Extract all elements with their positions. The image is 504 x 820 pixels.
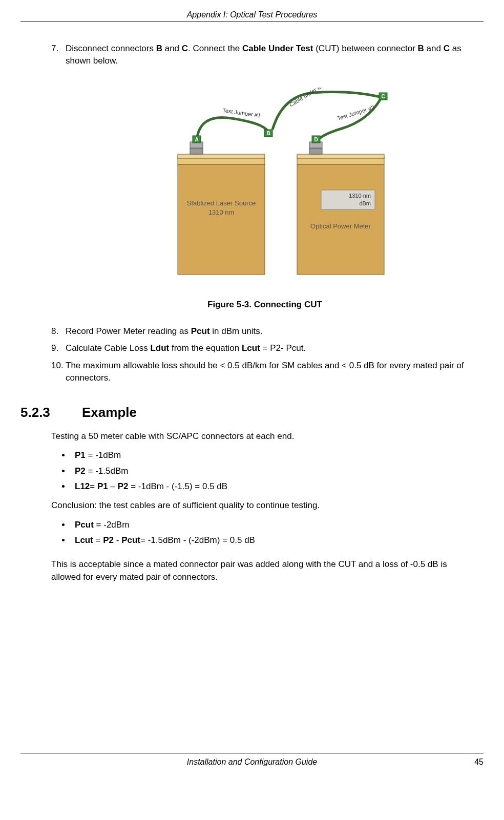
figure-container: Stablized Laser Source 1310 nm 1310 nm d… bbox=[51, 88, 478, 289]
footer-page-number: 45 bbox=[329, 758, 484, 767]
svg-rect-10 bbox=[309, 148, 322, 154]
page-header: Appendix I: Optical Test Procedures bbox=[20, 10, 484, 22]
svg-rect-2 bbox=[178, 154, 265, 158]
svg-text:dBm: dBm bbox=[359, 200, 371, 206]
step-text: Calculate Cable Loss Ldut from the equat… bbox=[66, 342, 478, 354]
svg-text:Optical Power Meter: Optical Power Meter bbox=[310, 222, 371, 230]
svg-rect-9 bbox=[297, 154, 384, 158]
figure-caption: Figure 5-3. Connecting CUT bbox=[51, 300, 478, 310]
conclusion-2: This is acceptable since a mated connect… bbox=[51, 558, 478, 584]
svg-text:D: D bbox=[314, 137, 318, 142]
procedure-step: 8.Record Power Meter reading as Pcut in … bbox=[51, 325, 478, 338]
step-number: 8. bbox=[51, 325, 66, 338]
svg-text:1310 nm: 1310 nm bbox=[349, 193, 371, 199]
list-item: P2 = -1.5dBm bbox=[71, 464, 478, 479]
diagram-cable-test: Stablized Laser Source 1310 nm 1310 nm d… bbox=[139, 88, 390, 287]
svg-rect-0 bbox=[178, 164, 265, 275]
svg-text:B: B bbox=[266, 131, 270, 136]
steps-second-container: 8.Record Power Meter reading as Pcut in … bbox=[51, 325, 478, 384]
procedure-step: 10.The maximum allowable loss should be … bbox=[51, 360, 478, 384]
procedure-step: 7.Disconnect connectors B and C. Connect… bbox=[51, 43, 478, 67]
example-intro: Testing a 50 meter cable with SC/APC con… bbox=[51, 430, 478, 443]
list-item: P1 = -1dBm bbox=[71, 448, 478, 464]
svg-text:Stablized Laser Source: Stablized Laser Source bbox=[187, 199, 256, 207]
svg-text:C: C bbox=[381, 94, 385, 99]
list-item: Lcut = P2 - Pcut= -1.5dBm - (-2dBm) = 0.… bbox=[71, 533, 478, 549]
step-text: Record Power Meter reading as Pcut in dB… bbox=[66, 325, 478, 338]
section-title: Example bbox=[82, 405, 137, 420]
list-item: Pcut = -2dBm bbox=[71, 517, 478, 533]
section-number: 5.2.3 bbox=[20, 405, 82, 420]
step-text: Disconnect connectors B and C. Connect t… bbox=[66, 43, 478, 67]
bullets-2: Pcut = -2dBmLcut = P2 - Pcut= -1.5dBm - … bbox=[51, 517, 478, 549]
list-item: L12= P1 – P2 = -1dBm - (-1.5) = 0.5 dB bbox=[71, 479, 478, 495]
section-heading: 5.2.3 Example bbox=[20, 405, 478, 420]
bullets-1: P1 = -1dBmP2 = -1.5dBmL12= P1 – P2 = -1d… bbox=[51, 448, 478, 495]
svg-rect-7 bbox=[297, 164, 384, 275]
svg-text:1310 nm: 1310 nm bbox=[208, 208, 235, 216]
conclusion-1: Conclusion: the test cables are of suffi… bbox=[51, 499, 478, 512]
svg-text:A: A bbox=[195, 137, 198, 142]
step-text: The maximum allowable loss should be < 0… bbox=[66, 360, 478, 384]
procedure-step: 9.Calculate Cable Loss Ldut from the equ… bbox=[51, 342, 478, 354]
steps-first-container: 7.Disconnect connectors B and C. Connect… bbox=[51, 43, 478, 67]
page-footer: Installation and Configuration Guide 45 bbox=[20, 753, 484, 767]
footer-title: Installation and Configuration Guide bbox=[175, 758, 329, 767]
step-number: 10. bbox=[51, 360, 66, 384]
svg-rect-3 bbox=[190, 148, 203, 154]
step-number: 7. bbox=[51, 43, 66, 67]
step-number: 9. bbox=[51, 342, 66, 354]
